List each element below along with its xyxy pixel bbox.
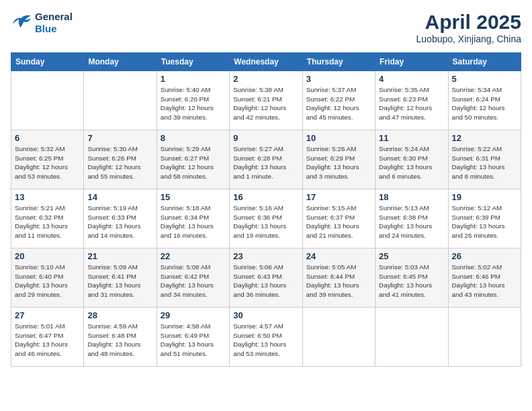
day-number: 29	[161, 310, 226, 320]
day-number: 2	[233, 74, 298, 84]
calendar-cell: 12Sunrise: 5:22 AM Sunset: 6:31 PM Dayli…	[448, 130, 521, 189]
logo-icon	[11, 13, 32, 32]
month-title: April 2025	[416, 11, 521, 34]
calendar-cell: 10Sunrise: 5:26 AM Sunset: 6:29 PM Dayli…	[302, 130, 375, 189]
day-number: 24	[306, 251, 371, 261]
day-info: Sunrise: 5:03 AM Sunset: 6:45 PM Dayligh…	[379, 263, 444, 300]
day-number: 17	[306, 192, 371, 202]
calendar-cell	[11, 71, 84, 130]
calendar-cell: 20Sunrise: 5:10 AM Sunset: 6:40 PM Dayli…	[11, 248, 84, 308]
day-info: Sunrise: 5:32 AM Sunset: 6:25 PM Dayligh…	[15, 144, 80, 181]
page-header: General Blue April 2025 Luobupo, Xinjian…	[11, 11, 521, 44]
day-number: 27	[15, 310, 80, 320]
day-info: Sunrise: 5:40 AM Sunset: 6:20 PM Dayligh…	[161, 85, 226, 122]
day-number: 4	[379, 74, 444, 84]
day-number: 30	[233, 310, 298, 320]
day-info: Sunrise: 5:05 AM Sunset: 6:44 PM Dayligh…	[306, 263, 371, 300]
day-info: Sunrise: 5:21 AM Sunset: 6:32 PM Dayligh…	[15, 203, 80, 240]
day-info: Sunrise: 5:38 AM Sunset: 6:21 PM Dayligh…	[233, 85, 298, 122]
day-info: Sunrise: 5:27 AM Sunset: 6:28 PM Dayligh…	[233, 144, 298, 181]
logo-text-general: General Blue	[35, 11, 73, 35]
week-row-2: 6Sunrise: 5:32 AM Sunset: 6:25 PM Daylig…	[11, 130, 521, 189]
day-info: Sunrise: 5:12 AM Sunset: 6:39 PM Dayligh…	[452, 203, 517, 240]
day-number: 1	[161, 74, 226, 84]
day-info: Sunrise: 5:01 AM Sunset: 6:47 PM Dayligh…	[15, 322, 80, 359]
day-number: 6	[15, 133, 80, 143]
day-number: 21	[87, 251, 152, 261]
day-number: 28	[87, 310, 152, 320]
calendar-cell: 22Sunrise: 5:08 AM Sunset: 6:42 PM Dayli…	[157, 248, 229, 308]
day-info: Sunrise: 5:35 AM Sunset: 6:23 PM Dayligh…	[379, 85, 444, 122]
day-number: 18	[379, 192, 444, 202]
day-info: Sunrise: 5:37 AM Sunset: 6:22 PM Dayligh…	[306, 85, 371, 122]
logo: General Blue	[11, 11, 73, 35]
calendar-cell: 5Sunrise: 5:34 AM Sunset: 6:24 PM Daylig…	[448, 71, 521, 130]
title-block: April 2025 Luobupo, Xinjiang, China	[416, 11, 521, 44]
day-info: Sunrise: 5:18 AM Sunset: 6:34 PM Dayligh…	[161, 203, 226, 240]
day-number: 3	[306, 74, 371, 84]
day-number: 19	[452, 192, 517, 202]
day-info: Sunrise: 5:08 AM Sunset: 6:42 PM Dayligh…	[161, 263, 226, 300]
day-info: Sunrise: 5:15 AM Sunset: 6:37 PM Dayligh…	[306, 203, 371, 240]
week-row-5: 27Sunrise: 5:01 AM Sunset: 6:47 PM Dayli…	[11, 308, 521, 367]
calendar-cell: 29Sunrise: 4:58 AM Sunset: 6:49 PM Dayli…	[157, 308, 229, 367]
calendar-cell: 21Sunrise: 5:09 AM Sunset: 6:41 PM Dayli…	[84, 248, 157, 308]
calendar-cell: 11Sunrise: 5:24 AM Sunset: 6:30 PM Dayli…	[375, 130, 448, 189]
weekday-sunday: Sunday	[11, 53, 84, 71]
weekday-saturday: Saturday	[448, 53, 521, 71]
week-row-3: 13Sunrise: 5:21 AM Sunset: 6:32 PM Dayli…	[11, 189, 521, 248]
day-number: 9	[233, 133, 298, 143]
calendar-table: SundayMondayTuesdayWednesdayThursdayFrid…	[11, 52, 521, 367]
calendar-cell: 28Sunrise: 4:59 AM Sunset: 6:48 PM Dayli…	[84, 308, 157, 367]
weekday-header-row: SundayMondayTuesdayWednesdayThursdayFrid…	[11, 53, 521, 71]
weekday-tuesday: Tuesday	[157, 53, 229, 71]
day-number: 15	[161, 192, 226, 202]
day-number: 8	[161, 133, 226, 143]
weekday-wednesday: Wednesday	[230, 53, 302, 71]
calendar-cell: 8Sunrise: 5:29 AM Sunset: 6:27 PM Daylig…	[157, 130, 229, 189]
calendar-cell: 27Sunrise: 5:01 AM Sunset: 6:47 PM Dayli…	[11, 308, 84, 367]
calendar-cell: 17Sunrise: 5:15 AM Sunset: 6:37 PM Dayli…	[302, 189, 375, 248]
calendar-cell: 16Sunrise: 5:16 AM Sunset: 6:36 PM Dayli…	[230, 189, 302, 248]
weekday-friday: Friday	[375, 53, 448, 71]
day-info: Sunrise: 5:13 AM Sunset: 6:38 PM Dayligh…	[379, 203, 444, 240]
day-info: Sunrise: 5:26 AM Sunset: 6:29 PM Dayligh…	[306, 144, 371, 181]
day-number: 5	[452, 74, 517, 84]
day-info: Sunrise: 5:24 AM Sunset: 6:30 PM Dayligh…	[379, 144, 444, 181]
calendar-cell: 18Sunrise: 5:13 AM Sunset: 6:38 PM Dayli…	[375, 189, 448, 248]
day-number: 14	[87, 192, 152, 202]
calendar-cell: 6Sunrise: 5:32 AM Sunset: 6:25 PM Daylig…	[11, 130, 84, 189]
day-info: Sunrise: 5:22 AM Sunset: 6:31 PM Dayligh…	[452, 144, 517, 181]
location: Luobupo, Xinjiang, China	[416, 34, 521, 44]
weekday-thursday: Thursday	[302, 53, 375, 71]
calendar-cell	[448, 308, 521, 367]
week-row-4: 20Sunrise: 5:10 AM Sunset: 6:40 PM Dayli…	[11, 248, 521, 308]
day-number: 26	[452, 251, 517, 261]
calendar-cell: 19Sunrise: 5:12 AM Sunset: 6:39 PM Dayli…	[448, 189, 521, 248]
day-number: 7	[87, 133, 152, 143]
day-info: Sunrise: 5:34 AM Sunset: 6:24 PM Dayligh…	[452, 85, 517, 122]
day-info: Sunrise: 5:16 AM Sunset: 6:36 PM Dayligh…	[233, 203, 298, 240]
day-info: Sunrise: 5:29 AM Sunset: 6:27 PM Dayligh…	[161, 144, 226, 181]
day-info: Sunrise: 5:02 AM Sunset: 6:46 PM Dayligh…	[452, 263, 517, 300]
calendar-cell: 7Sunrise: 5:30 AM Sunset: 6:26 PM Daylig…	[84, 130, 157, 189]
week-row-1: 1Sunrise: 5:40 AM Sunset: 6:20 PM Daylig…	[11, 71, 521, 130]
day-info: Sunrise: 4:57 AM Sunset: 6:50 PM Dayligh…	[233, 322, 298, 359]
day-number: 10	[306, 133, 371, 143]
day-info: Sunrise: 5:10 AM Sunset: 6:40 PM Dayligh…	[15, 263, 80, 300]
calendar-cell: 1Sunrise: 5:40 AM Sunset: 6:20 PM Daylig…	[157, 71, 229, 130]
day-number: 23	[233, 251, 298, 261]
calendar-cell: 2Sunrise: 5:38 AM Sunset: 6:21 PM Daylig…	[230, 71, 302, 130]
day-number: 20	[15, 251, 80, 261]
calendar-cell: 30Sunrise: 4:57 AM Sunset: 6:50 PM Dayli…	[230, 308, 302, 367]
day-number: 22	[161, 251, 226, 261]
calendar-cell: 25Sunrise: 5:03 AM Sunset: 6:45 PM Dayli…	[375, 248, 448, 308]
calendar-cell: 26Sunrise: 5:02 AM Sunset: 6:46 PM Dayli…	[448, 248, 521, 308]
day-number: 16	[233, 192, 298, 202]
calendar-cell: 13Sunrise: 5:21 AM Sunset: 6:32 PM Dayli…	[11, 189, 84, 248]
day-number: 12	[452, 133, 517, 143]
calendar-cell: 9Sunrise: 5:27 AM Sunset: 6:28 PM Daylig…	[230, 130, 302, 189]
calendar-cell	[84, 71, 157, 130]
day-info: Sunrise: 5:06 AM Sunset: 6:43 PM Dayligh…	[233, 263, 298, 300]
day-info: Sunrise: 5:09 AM Sunset: 6:41 PM Dayligh…	[87, 263, 152, 300]
